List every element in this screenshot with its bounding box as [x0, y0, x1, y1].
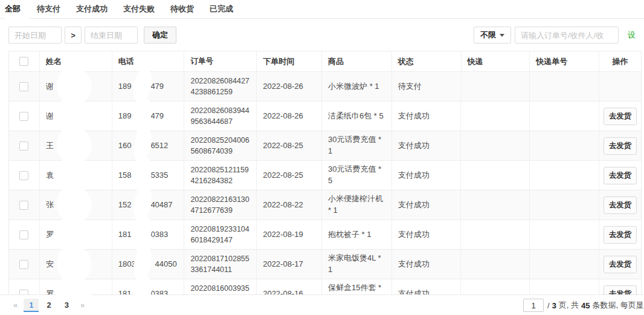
row-checkbox[interactable]	[19, 112, 28, 121]
order-time-cell: 2022-08-19	[257, 220, 322, 249]
row-checkbox-cell	[9, 220, 40, 249]
settings-link[interactable]: 设	[628, 30, 636, 41]
start-date-input[interactable]	[8, 27, 62, 44]
phone-cell: 15240487	[112, 190, 185, 219]
table-row: 张152404872022082216313047126776392022-08…	[9, 190, 641, 220]
header-product: 商品	[322, 51, 392, 71]
product-cell: 米家电饭煲4L * 1	[322, 250, 392, 279]
ship-button[interactable]: 去发货	[604, 285, 637, 296]
orders-table: 姓名 电话 订单号 下单时间 商品 状态 快递 快递单号 操作 谢1894792…	[8, 51, 642, 295]
table-row: 谢1894792022082608394495636446872022-08-2…	[9, 102, 641, 131]
search-input[interactable]	[515, 27, 619, 44]
tracking-cell	[530, 279, 599, 295]
action-cell: 去发货	[599, 279, 641, 295]
header-status: 状态	[392, 51, 462, 71]
order-time-cell: 2022-08-16	[257, 279, 322, 295]
tab-pending-payment[interactable]: 待支付	[29, 0, 68, 19]
status-cell: 支付成功	[392, 220, 462, 249]
status-cell: 支付成功	[392, 102, 462, 131]
tracking-cell	[530, 102, 599, 131]
tab-payment-failed[interactable]: 支付失败	[115, 0, 163, 19]
product-cell: 小米微波炉 * 1	[322, 72, 392, 101]
product-cell: 抱枕被子 * 1	[322, 220, 392, 249]
order-no-cell: 202208221631304712677639	[184, 190, 257, 219]
tab-awaiting-receipt[interactable]: 待收货	[163, 0, 202, 19]
table-body: 谢1894792022082608442742388612592022-08-2…	[9, 72, 641, 295]
summary-pages-text: 页, 共	[559, 300, 579, 311]
header-phone: 电话	[112, 51, 185, 71]
phone-prefix: 189	[118, 111, 132, 122]
search-filter-group: 不限 设	[474, 27, 636, 44]
next-page-icon[interactable]: »	[77, 299, 88, 311]
table-row: 罗18103832022081923310460184291472022-08-…	[9, 220, 641, 250]
end-date-input[interactable]	[85, 27, 138, 44]
row-checkbox[interactable]	[19, 260, 28, 269]
header-name: 姓名	[40, 51, 112, 71]
phone-prefix: 181	[118, 229, 132, 241]
name-cell: 安	[40, 250, 112, 279]
chevron-down-icon	[500, 34, 504, 37]
ship-button[interactable]: 去发货	[604, 108, 637, 125]
product-cell: 30元话费充值 * 1	[322, 131, 392, 160]
courier-cell	[461, 102, 530, 131]
name-cell: 罗	[40, 220, 112, 249]
tab-completed[interactable]: 已完成	[202, 0, 241, 19]
customer-name: 袁	[46, 170, 54, 181]
customer-name: 安	[46, 259, 54, 270]
page-button-1[interactable]: 1	[24, 299, 39, 312]
tracking-cell	[530, 131, 599, 160]
customer-name: 罗	[46, 229, 54, 241]
total-items: 45	[581, 301, 590, 310]
row-checkbox-cell	[9, 131, 40, 160]
row-checkbox-cell	[9, 72, 40, 101]
phone-suffix: 479	[150, 111, 164, 122]
phone-cell: 180344050	[112, 250, 185, 279]
row-checkbox-cell	[9, 102, 40, 131]
order-no-cell: 202208260839449563644687	[184, 102, 257, 131]
row-checkbox-cell	[9, 250, 40, 279]
ship-button[interactable]: 去发货	[604, 196, 637, 214]
filter-type-dropdown[interactable]: 不限	[474, 27, 511, 44]
select-all-checkbox[interactable]	[19, 57, 28, 66]
row-checkbox[interactable]	[19, 82, 28, 91]
ship-button[interactable]: 去发货	[604, 256, 637, 273]
summary-items-text: 条数据, 每页显示	[593, 300, 644, 311]
phone-suffix: 6512	[150, 140, 168, 152]
status-cell: 支付成功	[392, 161, 462, 190]
phone-suffix: 0383	[150, 229, 168, 241]
name-cell: 罗	[40, 279, 112, 295]
table-row: 罗18103832022081600393522022-08-16保鲜盒15件套…	[9, 279, 641, 295]
order-time-cell: 2022-08-17	[257, 250, 322, 279]
prev-page-icon[interactable]: «	[10, 299, 21, 311]
row-checkbox[interactable]	[19, 171, 28, 180]
action-cell	[599, 72, 641, 101]
courier-cell	[461, 250, 530, 279]
tracking-cell	[530, 190, 599, 219]
tab-payment-success[interactable]: 支付成功	[68, 0, 115, 19]
product-cell: 洁柔纸巾6包 * 5	[322, 102, 392, 131]
phone-suffix: 5335	[150, 170, 168, 181]
courier-cell	[461, 161, 530, 190]
row-checkbox[interactable]	[19, 201, 28, 210]
ship-button[interactable]: 去发货	[604, 137, 637, 155]
page-button-3[interactable]: 3	[59, 299, 74, 312]
page-jump-input[interactable]	[523, 299, 544, 312]
customer-name: 张	[46, 200, 54, 211]
ship-button[interactable]: 去发货	[604, 226, 637, 244]
phone-suffix: 40487	[150, 200, 172, 211]
tab-all[interactable]: 全部	[5, 0, 29, 19]
arrow-right-icon: >	[65, 27, 82, 44]
ship-button[interactable]: 去发货	[604, 167, 637, 184]
header-order-time: 下单时间	[257, 51, 322, 71]
customer-name: 王	[46, 140, 54, 152]
courier-cell	[462, 72, 530, 101]
name-cell: 王	[40, 131, 112, 160]
row-checkbox[interactable]	[19, 230, 28, 239]
confirm-button[interactable]: 确定	[144, 27, 176, 44]
row-checkbox[interactable]	[19, 141, 28, 151]
phone-cell: 1810383	[112, 220, 185, 249]
header-tracking-no: 快递单号	[530, 51, 599, 71]
tracking-cell	[530, 161, 599, 190]
order-admin-page: { "tabs": { "items": [ { "label": "全部", …	[0, 0, 644, 315]
page-button-2[interactable]: 2	[41, 299, 56, 312]
